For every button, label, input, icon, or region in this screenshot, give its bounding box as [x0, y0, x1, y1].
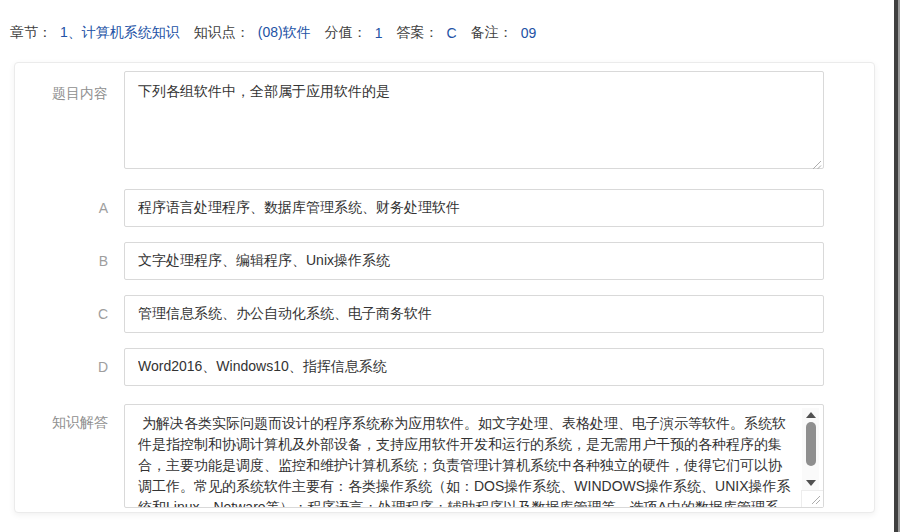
explanation-textarea[interactable]: 为解决各类实际问题而设计的程序系统称为应用软件。如文字处理、表格处理、电子演示等…	[124, 404, 824, 508]
window-right-edge	[893, 0, 900, 532]
chapter-label: 章节：	[10, 24, 52, 42]
score-label: 分值：	[325, 24, 367, 42]
option-row-d: D	[15, 348, 874, 386]
explanation-label: 知识解答	[15, 404, 124, 432]
option-a-input[interactable]	[124, 189, 824, 227]
question-content-row: 题目内容 下列各组软件中，全部属于应用软件的是	[15, 71, 874, 169]
answer-label: 答案：	[397, 24, 439, 42]
option-d-label: D	[15, 348, 124, 386]
option-b-label: B	[15, 242, 124, 280]
option-c-input[interactable]	[124, 295, 824, 333]
question-content-textarea[interactable]: 下列各组软件中，全部属于应用软件的是	[124, 71, 824, 169]
option-row-a: A	[15, 189, 874, 227]
chapter-value: 1、计算机系统知识	[60, 24, 180, 42]
meta-remark: 备注： 09	[471, 24, 537, 42]
scrollbar-thumb[interactable]	[806, 422, 816, 466]
meta-score: 分值： 1	[325, 24, 383, 42]
question-meta-bar: 章节： 1、计算机系统知识 知识点： (08)软件 分值： 1 答案： C 备注…	[10, 24, 536, 42]
resize-corner[interactable]	[801, 490, 823, 507]
scroll-up-icon[interactable]	[806, 412, 816, 418]
meta-knowledge-point: 知识点： (08)软件	[194, 24, 311, 42]
scroll-down-icon[interactable]	[806, 480, 816, 486]
answer-value: C	[447, 25, 457, 41]
explanation-row: 知识解答 为解决各类实际问题而设计的程序系统称为应用软件。如文字处理、表格处理、…	[15, 404, 874, 508]
remark-label: 备注：	[471, 24, 513, 42]
explanation-scrollbar[interactable]	[802, 408, 819, 490]
option-b-input[interactable]	[124, 242, 824, 280]
score-value: 1	[375, 25, 383, 41]
remark-value: 09	[521, 25, 537, 41]
option-c-label: C	[15, 295, 124, 333]
option-row-c: C	[15, 295, 874, 333]
question-content-label: 题目内容	[15, 71, 124, 103]
option-row-b: B	[15, 242, 874, 280]
meta-answer: 答案： C	[397, 24, 457, 42]
question-content-wrap: 下列各组软件中，全部属于应用软件的是	[124, 71, 824, 169]
explanation-wrap: 为解决各类实际问题而设计的程序系统称为应用软件。如文字处理、表格处理、电子演示等…	[124, 404, 824, 508]
option-a-label: A	[15, 189, 124, 227]
resize-grip-icon[interactable]	[811, 156, 822, 167]
page-scrollbar[interactable]	[894, 0, 898, 532]
question-detail-card: 题目内容 下列各组软件中，全部属于应用软件的是 A B C D 知识解答 为解决…	[14, 62, 875, 513]
knowledge-point-value: (08)软件	[258, 24, 311, 42]
knowledge-point-label: 知识点：	[194, 24, 250, 42]
resize-grip-icon	[811, 495, 821, 505]
meta-chapter: 章节： 1、计算机系统知识	[10, 24, 180, 42]
option-d-input[interactable]	[124, 348, 824, 386]
